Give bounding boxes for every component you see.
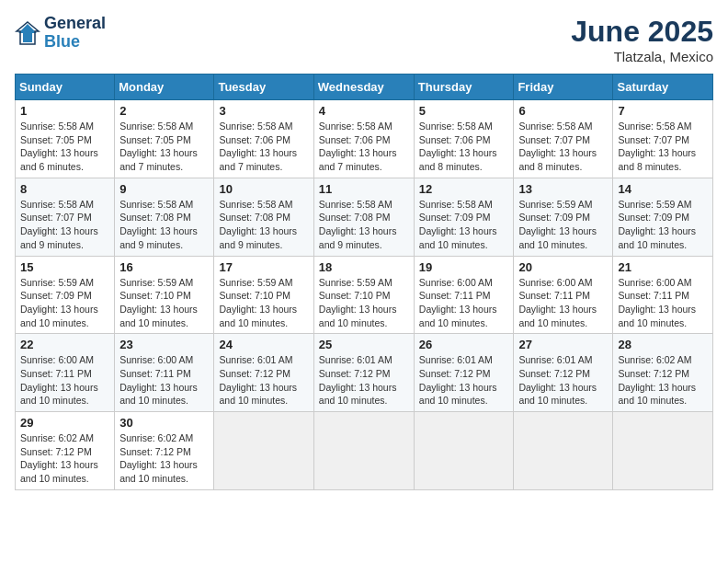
header-thursday: Thursday [414, 75, 514, 100]
calendar-cell: 20 Sunrise: 6:00 AMSunset: 7:11 PMDaylig… [514, 256, 613, 334]
calendar-cell: 27 Sunrise: 6:01 AMSunset: 7:12 PMDaylig… [514, 334, 613, 412]
calendar-cell: 1 Sunrise: 5:58 AMSunset: 7:05 PMDayligh… [16, 100, 115, 178]
logo: General Blue [15, 15, 106, 52]
calendar-cell: 28 Sunrise: 6:02 AMSunset: 7:12 PMDaylig… [613, 334, 713, 412]
header-tuesday: Tuesday [214, 75, 313, 100]
calendar-cell: 14 Sunrise: 5:59 AMSunset: 7:09 PMDaylig… [613, 178, 713, 256]
day-info: Sunrise: 6:02 AMSunset: 7:12 PMDaylight:… [20, 431, 109, 486]
day-number: 7 [618, 104, 708, 118]
day-info: Sunrise: 5:59 AMSunset: 7:09 PMDaylight:… [618, 198, 708, 252]
day-number: 28 [618, 338, 708, 351]
day-number: 22 [20, 338, 109, 351]
calendar-cell: 22 Sunrise: 6:00 AMSunset: 7:11 PMDaylig… [16, 334, 115, 412]
calendar-cell: 30 Sunrise: 6:02 AMSunset: 7:12 PMDaylig… [115, 412, 214, 490]
calendar-cell: 29 Sunrise: 6:02 AMSunset: 7:12 PMDaylig… [16, 412, 115, 490]
day-info: Sunrise: 6:01 AMSunset: 7:12 PMDaylight:… [219, 353, 308, 408]
calendar-cell: 4 Sunrise: 5:58 AMSunset: 7:06 PMDayligh… [313, 100, 414, 178]
calendar-cell: 23 Sunrise: 6:00 AMSunset: 7:11 PMDaylig… [115, 334, 214, 412]
day-number: 23 [119, 338, 209, 351]
day-info: Sunrise: 6:02 AMSunset: 7:12 PMDaylight:… [119, 431, 209, 486]
day-info: Sunrise: 5:58 AMSunset: 7:08 PMDaylight:… [319, 198, 409, 252]
header-monday: Monday [115, 75, 214, 100]
day-number: 12 [419, 182, 509, 196]
day-info: Sunrise: 5:58 AMSunset: 7:07 PMDaylight:… [618, 120, 708, 174]
calendar-cell: 10 Sunrise: 5:58 AMSunset: 7:08 PMDaylig… [214, 178, 313, 256]
day-number: 30 [119, 416, 209, 430]
day-number: 5 [419, 104, 509, 118]
title-block: June 2025 Tlatzala, Mexico [571, 15, 713, 64]
day-number: 11 [319, 182, 409, 196]
day-info: Sunrise: 5:58 AMSunset: 7:05 PMDaylight:… [20, 120, 109, 174]
calendar-cell: 9 Sunrise: 5:58 AMSunset: 7:08 PMDayligh… [115, 178, 214, 256]
calendar-cell: 6 Sunrise: 5:58 AMSunset: 7:07 PMDayligh… [514, 100, 613, 178]
day-info: Sunrise: 5:58 AMSunset: 7:05 PMDaylight:… [119, 120, 209, 174]
calendar-cell: 26 Sunrise: 6:01 AMSunset: 7:12 PMDaylig… [414, 334, 514, 412]
calendar-cell: 2 Sunrise: 5:58 AMSunset: 7:05 PMDayligh… [115, 100, 214, 178]
calendar-cell: 15 Sunrise: 5:59 AMSunset: 7:09 PMDaylig… [16, 256, 115, 334]
day-number: 20 [518, 260, 608, 274]
calendar-cell: 5 Sunrise: 5:58 AMSunset: 7:06 PMDayligh… [414, 100, 514, 178]
page-header: General Blue June 2025 Tlatzala, Mexico [15, 15, 713, 64]
day-number: 6 [518, 104, 608, 118]
day-info: Sunrise: 5:58 AMSunset: 7:06 PMDaylight:… [419, 120, 509, 174]
day-number: 8 [20, 182, 109, 196]
logo-line2: Blue [44, 33, 106, 52]
calendar-cell: 18 Sunrise: 5:59 AMSunset: 7:10 PMDaylig… [313, 256, 414, 334]
day-info: Sunrise: 5:59 AMSunset: 7:09 PMDaylight:… [20, 276, 109, 330]
logo-icon [15, 20, 40, 46]
day-info: Sunrise: 5:58 AMSunset: 7:07 PMDaylight:… [20, 198, 109, 252]
calendar-cell [313, 412, 414, 490]
day-info: Sunrise: 5:59 AMSunset: 7:10 PMDaylight:… [319, 276, 409, 330]
calendar-cell [514, 412, 613, 490]
location: Tlatzala, Mexico [571, 49, 713, 64]
calendar-cell [214, 412, 313, 490]
calendar-week-row: 29 Sunrise: 6:02 AMSunset: 7:12 PMDaylig… [16, 412, 713, 490]
calendar-cell: 3 Sunrise: 5:58 AMSunset: 7:06 PMDayligh… [214, 100, 313, 178]
day-info: Sunrise: 5:58 AMSunset: 7:06 PMDaylight:… [319, 120, 409, 174]
logo-line1: General [44, 15, 106, 33]
header-friday: Friday [514, 75, 613, 100]
day-number: 4 [319, 104, 409, 118]
day-info: Sunrise: 6:02 AMSunset: 7:12 PMDaylight:… [618, 353, 708, 408]
day-info: Sunrise: 5:58 AMSunset: 7:08 PMDaylight:… [219, 198, 308, 252]
day-info: Sunrise: 5:58 AMSunset: 7:09 PMDaylight:… [419, 198, 509, 252]
weekday-header-row: Sunday Monday Tuesday Wednesday Thursday… [16, 75, 713, 100]
day-info: Sunrise: 5:58 AMSunset: 7:08 PMDaylight:… [119, 198, 209, 252]
day-info: Sunrise: 6:00 AMSunset: 7:11 PMDaylight:… [20, 353, 109, 408]
calendar-cell [414, 412, 514, 490]
calendar-week-row: 15 Sunrise: 5:59 AMSunset: 7:09 PMDaylig… [16, 256, 713, 334]
day-number: 18 [319, 260, 409, 274]
calendar-table: Sunday Monday Tuesday Wednesday Thursday… [15, 74, 713, 490]
day-info: Sunrise: 6:01 AMSunset: 7:12 PMDaylight:… [319, 353, 409, 408]
calendar-cell: 13 Sunrise: 5:59 AMSunset: 7:09 PMDaylig… [514, 178, 613, 256]
day-number: 14 [618, 182, 708, 196]
day-number: 1 [20, 104, 109, 118]
day-number: 25 [319, 338, 409, 351]
calendar-cell [613, 412, 713, 490]
day-info: Sunrise: 6:01 AMSunset: 7:12 PMDaylight:… [518, 353, 608, 408]
day-number: 13 [518, 182, 608, 196]
calendar-cell: 8 Sunrise: 5:58 AMSunset: 7:07 PMDayligh… [16, 178, 115, 256]
day-number: 16 [119, 260, 209, 274]
day-info: Sunrise: 5:58 AMSunset: 7:07 PMDaylight:… [518, 120, 608, 174]
day-number: 21 [618, 260, 708, 274]
day-number: 2 [119, 104, 209, 118]
day-number: 9 [119, 182, 209, 196]
day-number: 26 [419, 338, 509, 351]
day-info: Sunrise: 6:00 AMSunset: 7:11 PMDaylight:… [518, 276, 608, 330]
day-info: Sunrise: 5:58 AMSunset: 7:06 PMDaylight:… [219, 120, 308, 174]
day-number: 27 [518, 338, 608, 351]
day-info: Sunrise: 6:00 AMSunset: 7:11 PMDaylight:… [419, 276, 509, 330]
month-title: June 2025 [571, 15, 713, 49]
day-number: 17 [219, 260, 308, 274]
day-info: Sunrise: 5:59 AMSunset: 7:10 PMDaylight:… [219, 276, 308, 330]
day-info: Sunrise: 5:59 AMSunset: 7:09 PMDaylight:… [518, 198, 608, 252]
day-number: 15 [20, 260, 109, 274]
day-number: 3 [219, 104, 308, 118]
header-sunday: Sunday [16, 75, 115, 100]
day-number: 19 [419, 260, 509, 274]
calendar-cell: 21 Sunrise: 6:00 AMSunset: 7:11 PMDaylig… [613, 256, 713, 334]
calendar-week-row: 22 Sunrise: 6:00 AMSunset: 7:11 PMDaylig… [16, 334, 713, 412]
day-number: 10 [219, 182, 308, 196]
calendar-cell: 24 Sunrise: 6:01 AMSunset: 7:12 PMDaylig… [214, 334, 313, 412]
